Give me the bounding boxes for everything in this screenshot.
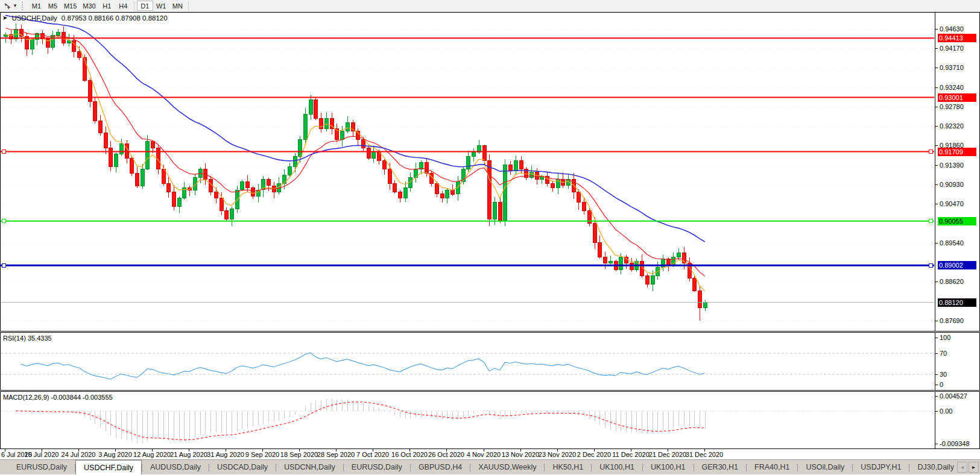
date-label: 26 Oct 2020: [428, 451, 464, 458]
time-axis[interactable]: 6 Jul 202015 Jul 202024 Jul 20203 Aug 20…: [0, 449, 980, 459]
chart-tabs-bar: EURUSD,DailyUSDCHF,DailyAUDUSD,DailyUSDC…: [0, 459, 980, 474]
tab-usdcnh-daily[interactable]: USDCNH,Daily: [276, 460, 343, 474]
date-label: 4 Nov 2020: [467, 451, 501, 458]
rsi-tick: 30: [935, 371, 947, 378]
macd-tick: 0.00: [935, 407, 952, 415]
tab-dj30-daily[interactable]: DJ30,Daily: [909, 460, 956, 474]
rsi-tick: 100: [935, 334, 950, 341]
cursor-tool-button[interactable]: ▼: [2, 1, 19, 11]
dropdown-caret-icon[interactable]: ▼: [13, 4, 17, 8]
macd-tick: -0.009348: [935, 440, 970, 447]
date-label: 24 Jul 2020: [62, 451, 96, 458]
price-level-badge: 0.93001: [938, 93, 976, 102]
tab-usdcad-daily[interactable]: USDCAD,Daily: [209, 460, 276, 474]
timeframe-w1-button[interactable]: W1: [153, 1, 169, 11]
date-label: 16 Oct 2020: [391, 451, 428, 458]
tabs-scroll-right-button[interactable]: ►: [969, 462, 979, 473]
date-label: 21 Dec 2020: [649, 451, 686, 458]
date-label: 3 Aug 2020: [98, 451, 132, 458]
tab-eurusd-daily[interactable]: EURUSD,Daily: [344, 460, 410, 474]
tab-usoil-daily[interactable]: USOil,Daily: [798, 460, 852, 474]
tabs-scroll-left-button[interactable]: ◄: [957, 462, 967, 473]
price-level-badge: 0.89002: [938, 261, 976, 269]
tabs-scroll-controls: ◄ ►: [955, 462, 979, 473]
price-tick: 0.93710: [935, 64, 964, 71]
price-level-badge: 0.91709: [938, 148, 976, 156]
timeframe-toolbar: ▼ M1 M5 M15 M30 H1 H4 D1 W1 MN: [0, 0, 980, 12]
timeframe-h4-button[interactable]: H4: [115, 1, 131, 11]
price-tick: 0.91390: [935, 162, 964, 169]
timeframe-mn-button[interactable]: MN: [169, 1, 186, 11]
date-label: 28 Sep 2020: [317, 451, 355, 458]
mt4-window: ▼ M1 M5 M15 M30 H1 H4 D1 W1 MN ➤ USDCHF,…: [0, 0, 980, 474]
date-label: 13 Nov 2020: [502, 451, 539, 458]
date-label: 15 Jul 2020: [25, 451, 59, 458]
rsi-chart[interactable]: RSI(14) 35.4335: [1, 333, 935, 390]
toolbar-separator: [134, 1, 134, 10]
rsi-tick: 70: [935, 350, 947, 357]
price-axis[interactable]: 0.946300.941700.937100.932400.927800.923…: [935, 13, 979, 331]
tab-xauusd-weekly[interactable]: XAUUSD,Weekly: [470, 460, 544, 474]
macd-axis: 0.0045270.00-0.009348: [935, 392, 979, 448]
date-label: 31 Aug 2020: [207, 451, 244, 458]
tab-usdjpy-h1[interactable]: USDJPY,H1: [853, 460, 909, 474]
price-tick: 0.87690: [935, 317, 964, 324]
price-level-badge: 0.88120: [938, 298, 976, 307]
timeframe-m15-button[interactable]: M15: [61, 1, 80, 11]
timeframe-h1-button[interactable]: H1: [99, 1, 115, 11]
price-tick: 0.90930: [935, 181, 964, 188]
cursor-tool-icon: [4, 2, 12, 10]
macd-panel: MACD(12,26,9) -0.003844 -0.003555 0.0045…: [0, 391, 980, 449]
tab-uk100-h1[interactable]: UK100,H1: [643, 460, 694, 474]
price-level-badge: 0.90055: [938, 217, 976, 225]
price-tick: 0.94170: [935, 45, 964, 52]
tab-hk50-h1[interactable]: HK50,H1: [545, 460, 591, 474]
date-label: 2 Dec 2020: [577, 451, 611, 458]
timeframe-m1-button[interactable]: M1: [28, 1, 45, 11]
rsi-axis: 10070300: [935, 333, 979, 390]
toolbar-separator: [188, 1, 189, 10]
timeframe-m30-button[interactable]: M30: [80, 1, 98, 11]
tab-ger30-h1[interactable]: GER30,H1: [694, 460, 746, 474]
date-label: 12 Aug 2020: [133, 451, 171, 458]
price-tick: 0.92320: [935, 122, 964, 130]
price-tick: 0.90470: [935, 200, 964, 207]
toolbar-grip[interactable]: [22, 2, 25, 10]
tab-fra40-h1[interactable]: FRA40,H1: [747, 460, 797, 474]
timeframe-d1-button[interactable]: D1: [137, 1, 153, 11]
tab-eurusd-daily[interactable]: EURUSD,Daily: [8, 460, 75, 474]
price-tick: 0.89540: [935, 239, 964, 247]
price-tick: 0.88620: [935, 278, 964, 285]
timeframe-m5-button[interactable]: M5: [45, 1, 61, 11]
price-level-badge: 0.94413: [938, 34, 976, 42]
macd-tick: 0.004527: [935, 392, 967, 400]
macd-chart[interactable]: MACD(12,26,9) -0.003844 -0.003555: [1, 392, 935, 448]
date-label: 11 Dec 2020: [612, 451, 650, 458]
tab-uk100-h1[interactable]: UK100,H1: [592, 460, 642, 474]
tab-audusd-daily[interactable]: AUDUSD,Daily: [142, 460, 209, 474]
price-tick: 0.92780: [935, 103, 964, 110]
date-label: 7 Oct 2020: [356, 451, 389, 458]
tab-usdchf-daily[interactable]: USDCHF,Daily: [75, 460, 142, 474]
rsi-tick: 0: [935, 381, 943, 388]
date-label: 23 Nov 2020: [539, 451, 576, 458]
rsi-panel: RSI(14) 35.4335 10070300: [0, 332, 980, 391]
price-chart[interactable]: ➤ USDCHF,Daily 0.87953 0.88166 0.87908 0…: [1, 13, 935, 331]
price-tick: 0.94630: [935, 25, 964, 33]
date-label: 21 Aug 2020: [170, 451, 207, 458]
date-label: 18 Sep 2020: [280, 451, 318, 458]
tab-gbpusd-h4[interactable]: GBPUSD,H4: [411, 460, 470, 474]
price-tick: 0.93240: [935, 84, 964, 91]
date-label: 31 Dec 2020: [686, 451, 723, 458]
main-chart-panel: ➤ USDCHF,Daily 0.87953 0.88166 0.87908 0…: [0, 12, 980, 332]
date-label: 9 Sep 2020: [245, 451, 279, 458]
